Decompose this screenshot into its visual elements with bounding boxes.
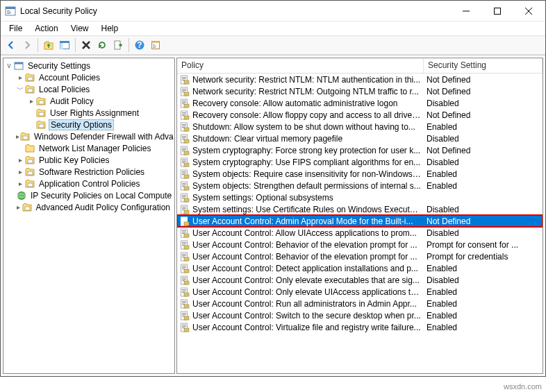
svg-rect-81: [184, 187, 189, 190]
list-row[interactable]: User Account Control: Allow UIAccess app…: [177, 227, 543, 239]
svg-rect-63: [182, 148, 186, 148]
up-button[interactable]: [41, 37, 56, 53]
tree-toggle-icon[interactable]: ▸: [16, 156, 24, 164]
properties-button[interactable]: [148, 37, 163, 53]
policy-text: User Account Control: Admin Approval Mod…: [192, 216, 413, 226]
policy-text: User Account Control: Allow UIAccess app…: [192, 228, 417, 238]
svg-rect-104: [182, 244, 186, 244]
maximize-button[interactable]: [481, 1, 513, 21]
tree-item[interactable]: ﹀Local Policies: [3, 83, 174, 95]
policy-icon: [180, 252, 190, 262]
list-row[interactable]: Recovery console: Allow floppy copy and …: [177, 109, 543, 121]
close-button[interactable]: [513, 1, 544, 21]
list-row[interactable]: User Account Control: Behavior of the el…: [177, 250, 543, 262]
list-row[interactable]: User Account Control: Virtualize file an…: [177, 321, 543, 333]
svg-rect-41: [184, 92, 189, 96]
policy-text: System objects: Require case insensitivi…: [192, 169, 421, 179]
tree-item-label: Account Policies: [38, 73, 101, 83]
menu-file[interactable]: File: [3, 22, 28, 35]
back-button[interactable]: [3, 37, 19, 53]
policy-cell: Shutdown: Clear virtual memory pagefile: [177, 134, 424, 144]
tree-item[interactable]: ▸Advanced Audit Policy Configuration: [3, 201, 174, 213]
svg-rect-111: [184, 257, 189, 261]
list-row[interactable]: Shutdown: Clear virtual memory pagefileD…: [177, 133, 543, 144]
menu-help[interactable]: Help: [96, 22, 124, 35]
svg-rect-91: [184, 210, 189, 214]
svg-rect-26: [28, 160, 33, 163]
list-row[interactable]: System cryptography: Force strong key pr…: [177, 144, 543, 156]
policy-cell: System objects: Require case insensitivi…: [177, 169, 424, 179]
tree-item[interactable]: ▸Windows Defender Firewall with Adva: [3, 130, 174, 142]
policy-text: Network security: Restrict NTLM: NTLM au…: [192, 75, 420, 85]
tree-item[interactable]: ▸Software Restriction Policies: [3, 166, 174, 178]
policy-cell: User Account Control: Detect application…: [177, 264, 424, 273]
list-row[interactable]: User Account Control: Behavior of the el…: [177, 239, 543, 250]
svg-rect-43: [182, 101, 186, 101]
list-row[interactable]: System settings: Use Certificate Rules o…: [177, 203, 543, 215]
header-setting[interactable]: Security Setting: [424, 58, 543, 73]
tree-toggle-icon[interactable]: ﹀: [16, 85, 24, 94]
list-row[interactable]: User Account Control: Switch to the secu…: [177, 309, 543, 321]
tree-item[interactable]: Security Options: [3, 119, 174, 130]
tree-toggle-icon[interactable]: ▸: [16, 74, 24, 81]
list-row[interactable]: System objects: Strengthen default permi…: [177, 180, 543, 191]
content-area: v Security Settings ▸Account Policies﹀Lo…: [1, 55, 545, 376]
tree-pane[interactable]: v Security Settings ▸Account Policies﹀Lo…: [3, 58, 175, 374]
tree-root[interactable]: v Security Settings: [3, 60, 174, 71]
refresh-button[interactable]: [94, 37, 110, 53]
tree-item-label: User Rights Assignment: [49, 108, 140, 118]
header-policy[interactable]: Policy: [177, 58, 424, 73]
tree-toggle-icon[interactable]: ▸: [16, 180, 24, 187]
tree-toggle-icon[interactable]: ▸: [16, 203, 22, 211]
svg-rect-3: [7, 12, 11, 12]
svg-rect-114: [182, 267, 186, 268]
svg-rect-96: [184, 222, 189, 225]
help-button[interactable]: ?: [132, 37, 147, 53]
list-row[interactable]: System objects: Require case insensitivi…: [177, 168, 543, 180]
menu-action[interactable]: Action: [29, 22, 63, 35]
tree-item[interactable]: ▸Application Control Policies: [3, 178, 174, 189]
list-body[interactable]: Network security: Restrict NTLM: NTLM au…: [177, 74, 543, 373]
svg-rect-56: [184, 128, 189, 131]
list-row[interactable]: User Account Control: Detect application…: [177, 262, 543, 274]
list-row[interactable]: Recovery console: Allow automatic admini…: [177, 97, 543, 109]
svg-rect-128: [182, 301, 186, 302]
minimize-button[interactable]: [450, 1, 481, 21]
collapse-icon[interactable]: v: [5, 62, 13, 69]
list-row[interactable]: Shutdown: Allow system to be shut down w…: [177, 121, 543, 133]
policy-icon: [180, 228, 190, 238]
tree-item[interactable]: ▸Audit Policy: [3, 95, 174, 107]
policy-text: User Account Control: Detect application…: [192, 264, 418, 273]
tree-item[interactable]: Network List Manager Policies: [3, 142, 174, 154]
list-row[interactable]: User Account Control: Run all administra…: [177, 298, 543, 309]
list-row[interactable]: System cryptography: Use FIPS compliant …: [177, 156, 543, 168]
list-row[interactable]: Network security: Restrict NTLM: Outgoin…: [177, 85, 543, 97]
list-row[interactable]: User Account Control: Only elevate execu…: [177, 274, 543, 286]
tree-toggle-icon[interactable]: ▸: [16, 168, 24, 176]
setting-cell: Disabled: [424, 99, 543, 108]
list-row[interactable]: User Account Control: Admin Approval Mod…: [177, 215, 543, 227]
policy-cell: User Account Control: Behavior of the el…: [177, 252, 424, 262]
export-list-button[interactable]: [110, 37, 126, 53]
tree-item[interactable]: ▸Account Policies: [3, 71, 174, 83]
menu-view[interactable]: View: [65, 22, 94, 35]
tree-toggle-icon[interactable]: ▸: [27, 97, 35, 105]
forward-button[interactable]: [19, 37, 35, 53]
delete-button[interactable]: [78, 37, 94, 53]
list-row[interactable]: User Account Control: Only elevate UIAcc…: [177, 286, 543, 298]
policy-cell: User Account Control: Only elevate execu…: [177, 275, 424, 285]
list-row[interactable]: System settings: Optional subsystems: [177, 191, 543, 203]
tree-item[interactable]: User Rights Assignment: [3, 107, 174, 119]
svg-rect-14: [152, 42, 160, 44]
setting-cell: Enabled: [424, 169, 543, 179]
svg-rect-133: [182, 313, 186, 314]
policy-icon: [180, 299, 190, 309]
tree-item[interactable]: ▸Public Key Policies: [3, 154, 174, 166]
tree-item[interactable]: IP Security Policies on Local Compute: [3, 189, 174, 201]
list-row[interactable]: Network security: Restrict NTLM: NTLM au…: [177, 74, 543, 85]
svg-rect-51: [184, 116, 189, 119]
svg-rect-24: [39, 124, 44, 128]
show-hide-tree-button[interactable]: [57, 37, 72, 53]
svg-text:?: ?: [137, 40, 142, 50]
policy-cell: System settings: Optional subsystems: [177, 193, 424, 203]
